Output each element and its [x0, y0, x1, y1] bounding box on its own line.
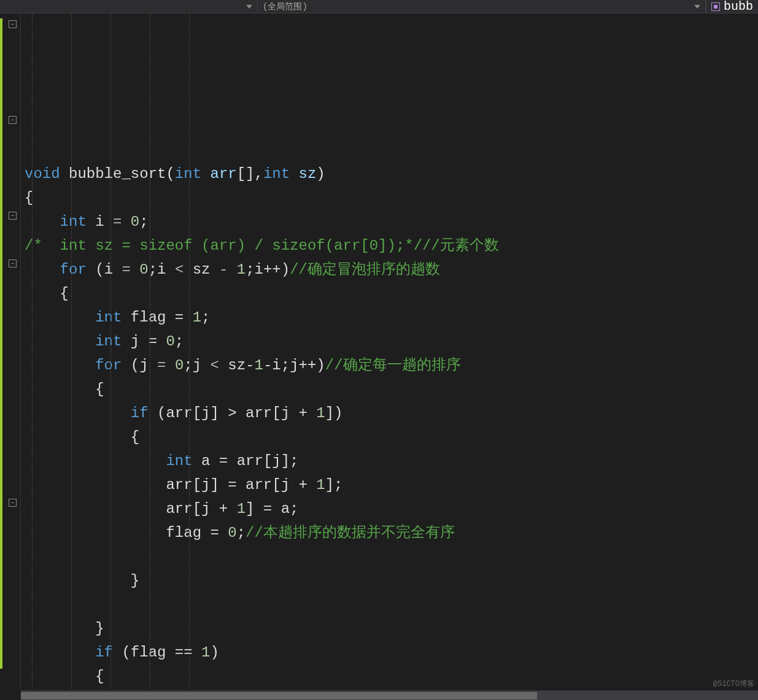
- navigation-bar: (全局范围) bubb: [0, 0, 758, 13]
- code-line: {: [25, 668, 104, 685]
- code-line: {: [25, 285, 69, 302]
- indent-guide: [189, 13, 190, 689]
- code-line: int j = 0;: [25, 333, 184, 350]
- code-line: int i = 0;: [25, 213, 149, 230]
- code-line: void bubble_sort(int arr[],int sz): [25, 166, 325, 182]
- code-line: int a = arr[j];: [25, 453, 298, 469]
- code-line: arr[j] = arr[j + 1];: [25, 477, 343, 493]
- indent-guide: [32, 13, 33, 689]
- function-icon: [711, 2, 720, 11]
- indent-guide: [150, 13, 150, 689]
- code-line: for (i = 0;i < sz - 1;i++)//确定冒泡排序的趟数: [25, 261, 440, 278]
- fold-toggle[interactable]: -: [9, 20, 17, 28]
- scope-label-dropdown[interactable]: (全局范围): [258, 0, 706, 13]
- indent-guide: [110, 13, 111, 689]
- chevron-down-icon: [246, 5, 252, 9]
- fold-toggle[interactable]: -: [9, 212, 17, 220]
- horizontal-scrollbar[interactable]: [21, 690, 758, 700]
- fold-toggle[interactable]: -: [9, 116, 17, 124]
- indent-guide: [71, 13, 72, 689]
- watermark: @51CTO博客: [713, 679, 754, 689]
- code-line: {: [25, 429, 139, 445]
- code-line: for (j = 0;j < sz-1-i;j++)//确定每一趟的排序: [25, 357, 461, 374]
- symbol-name: bubb: [724, 0, 753, 13]
- code-line: if (flag == 1): [25, 644, 219, 661]
- code-line: flag = 0;//本趟排序的数据并不完全有序: [25, 525, 455, 541]
- code-line: }: [25, 620, 104, 637]
- code-line: /* int sz = sizeof (arr) / sizeof(arr[0]…: [25, 237, 499, 254]
- scroll-thumb[interactable]: [21, 692, 537, 699]
- fold-toggle[interactable]: -: [9, 499, 17, 507]
- code-line: arr[j + 1] = a;: [25, 501, 298, 517]
- code-line: {: [25, 381, 104, 398]
- chevron-down-icon: [694, 5, 700, 9]
- scope-dropdown[interactable]: [0, 0, 258, 13]
- code-line: if (arr[j] > arr[j + 1]): [25, 405, 343, 421]
- fold-toggle[interactable]: -: [9, 260, 17, 267]
- symbol-dropdown[interactable]: bubb: [706, 0, 758, 13]
- scope-label-text: (全局范围): [263, 1, 307, 12]
- code-line: }: [25, 572, 139, 589]
- code-area[interactable]: void bubble_sort(int arr[],int sz) { int…: [21, 13, 758, 689]
- change-indicator: [0, 18, 2, 669]
- code-editor[interactable]: - - - - - void bubble_sort(int arr[],int…: [0, 13, 758, 689]
- gutter: - - - - -: [0, 13, 21, 689]
- code-line: int flag = 1;: [25, 309, 210, 326]
